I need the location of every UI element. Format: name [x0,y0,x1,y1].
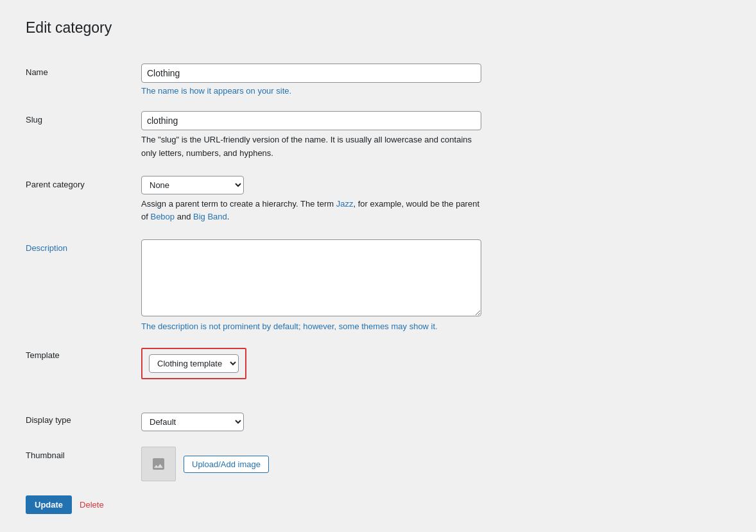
name-help: The name is how it appears on your site. [141,86,552,96]
slug-label: Slug [26,103,141,168]
slug-cell: The "slug" is the URL-friendly version o… [141,103,552,168]
parent-category-row: Parent category None Uncategorized Assig… [26,168,552,232]
thumbnail-placeholder [141,447,176,481]
template-highlight-box: Clothing template Default template Singl… [141,348,246,379]
description-help: The description is not prominent by defa… [141,322,552,331]
description-cell: The description is not prominent by defa… [141,232,552,339]
display-select[interactable]: Default Products Subcategories Both [141,413,244,431]
image-placeholder-icon [151,456,166,472]
template-label: Template [26,339,141,388]
display-label: Display type [26,404,141,439]
slug-row: Slug The "slug" is the URL-friendly vers… [26,103,552,168]
thumbnail-cell: Upload/Add image [141,439,552,489]
parent-help: Assign a parent term to create a hierarc… [141,198,481,225]
name-input[interactable] [141,64,481,83]
parent-cell: None Uncategorized Assign a parent term … [141,168,552,232]
display-cell: Default Products Subcategories Both [141,404,552,439]
edit-category-form: Name The name is how it appears on your … [26,56,552,489]
parent-select[interactable]: None Uncategorized [141,176,244,194]
template-row: Template Clothing template Default templ… [26,339,552,388]
upload-image-button[interactable]: Upload/Add image [184,456,269,473]
parent-label: Parent category [26,168,141,232]
slug-help: The "slug" is the URL-friendly version o… [141,133,481,160]
description-textarea[interactable] [141,239,481,316]
thumbnail-label: Thumbnail [26,439,141,489]
template-cell: Clothing template Default template Singl… [141,339,552,388]
page-title: Edit category [26,19,552,37]
spacer-row [26,388,552,404]
update-button[interactable]: Update [26,495,72,514]
description-row: Description The description is not promi… [26,232,552,339]
name-label: Name [26,56,141,103]
thumbnail-area: Upload/Add image [141,447,552,481]
name-row: Name The name is how it appears on your … [26,56,552,103]
template-select[interactable]: Clothing template Default template Singl… [149,354,239,373]
delete-link[interactable]: Delete [80,500,104,510]
name-cell: The name is how it appears on your site. [141,56,552,103]
display-type-row: Display type Default Products Subcategor… [26,404,552,439]
description-label: Description [26,232,141,339]
thumbnail-row: Thumbnail Upload/Add image [26,439,552,489]
slug-input[interactable] [141,111,481,130]
form-actions: Update Delete [26,489,552,527]
